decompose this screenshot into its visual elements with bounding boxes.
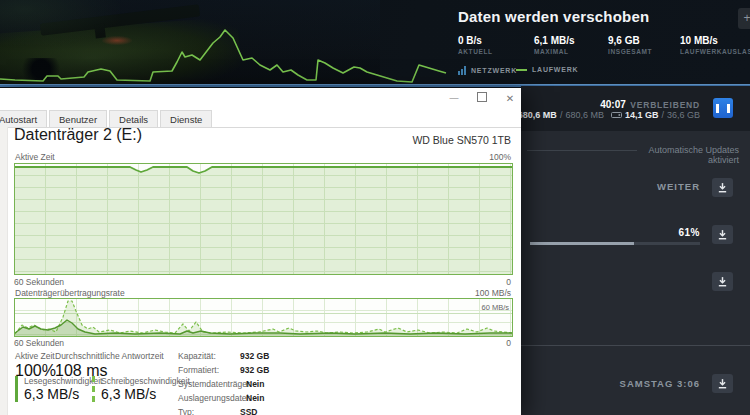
stat-current: 0 B/s AKTUELL <box>458 35 493 55</box>
queue-item-progress-bar <box>530 242 700 245</box>
tab-autostart[interactable]: Autostart <box>0 110 47 127</box>
detail-label: Kapazität: <box>178 351 240 361</box>
header-overflow-button[interactable]: + <box>738 8 750 29</box>
download-icon <box>717 182 728 193</box>
queue-item-progress-label: 61% <box>678 227 700 238</box>
detail-value: Nein <box>246 393 264 403</box>
stat-max-value: 6,1 MB/s <box>534 35 575 46</box>
detail-value: Nein <box>246 379 264 389</box>
detail-label: Formatiert: <box>178 365 240 375</box>
transfer-graph-max: 100 MB/s <box>475 288 511 298</box>
sidebar-sliver <box>0 127 8 415</box>
pause-download-button[interactable] <box>713 98 733 118</box>
read-speed-metric: Lesegeschwindigkeit 6,3 MB/s <box>15 376 102 402</box>
downloads-panel: 40:07 VERBLEIBEND 680,6 MB / 680,6 MB 14… <box>521 86 750 415</box>
network-bars-icon <box>458 66 466 75</box>
pause-icon <box>716 104 730 113</box>
stat-disk-usage-label: LAUFWERKAUSLASTUNG <box>680 48 750 55</box>
detail-value: 932 GB <box>240 351 269 361</box>
window-controls: — ✕ <box>440 90 524 106</box>
detail-value: SSD <box>240 407 257 415</box>
time-remaining-value: 40:07 <box>600 99 626 110</box>
tab-dienste[interactable]: Dienste <box>160 110 212 127</box>
queue-item-scheduled-label: SAMSTAG 3:06 <box>620 378 700 389</box>
queue-item-up-next-download-button[interactable] <box>712 178 733 197</box>
queue-item-progress-download-button[interactable] <box>712 225 733 244</box>
stat-disk-usage: 10 MB/s LAUFWERKAUSLASTUNG <box>680 35 750 55</box>
transfer-x-left: 60 Sekunden <box>14 338 64 348</box>
task-manager-window: — ✕ Autostart Benutzer Details Dienste D… <box>0 88 521 415</box>
disk-device-name: WD Blue SN570 1TB <box>412 134 511 146</box>
transfer-amounts: 680,6 MB / 680,6 MB 14,1 GB / 36,6 GB <box>505 110 700 120</box>
stat-total-value: 9,6 GB <box>608 35 652 46</box>
download-speed-sparkline <box>0 20 450 84</box>
stat-disk-usage-value: 10 MB/s <box>680 35 750 46</box>
maximize-icon <box>477 92 487 102</box>
bytes-separator: / <box>560 110 563 120</box>
tab-benutzer[interactable]: Benutzer <box>49 110 107 127</box>
detail-label: Typ: <box>178 407 240 415</box>
tab-strip: Autostart Benutzer Details Dienste <box>0 108 521 128</box>
legend-drive[interactable]: LAUFWERK <box>516 66 578 73</box>
disk-done: 14,1 GB <box>625 110 659 120</box>
read-speed-label: Lesegeschwindigkeit <box>24 376 102 386</box>
transfer-graph-label: Datenträgerübertragungsrate <box>15 288 125 298</box>
active-time-graph-label: Aktive Zeit <box>15 152 55 162</box>
queue-item-3-download-button[interactable] <box>712 272 733 291</box>
response-time-metric-label: Durchschnittliche Antwortzeit <box>55 351 164 361</box>
bytes-done: 680,6 MB <box>518 110 557 120</box>
minimize-button[interactable]: — <box>440 90 468 106</box>
transfer-graph: 60 MB/s <box>14 298 513 337</box>
stat-current-label: AKTUELL <box>458 48 493 55</box>
disk-title: Datenträger 2 (E:) <box>14 126 142 144</box>
auto-updates-note: Automatische Updates aktiviert <box>641 145 739 165</box>
active-time-x-left: 60 Sekunden <box>14 277 64 287</box>
write-speed-value: 6,3 MB/s <box>101 386 190 402</box>
detail-row-system-disk: Systemdatenträger: Nein <box>178 379 358 389</box>
queue-item-up-next-label: WEITER <box>657 181 700 192</box>
disk-icon <box>611 110 622 120</box>
stat-current-value: 0 B/s <box>458 35 493 46</box>
read-speed-value: 6,3 MB/s <box>24 386 102 402</box>
disk-details: Kapazität: 932 GB Formatiert: 932 GB Sys… <box>178 351 358 415</box>
active-time-graph <box>14 163 513 275</box>
active-time-x-right: 0 <box>506 277 511 287</box>
write-speed-label: Schreibgeschwindigkeit <box>101 376 190 386</box>
download-icon <box>717 378 728 389</box>
transfer-title: Daten werden verschoben <box>458 8 649 25</box>
tab-details[interactable]: Details <box>109 110 158 127</box>
download-icon <box>717 276 728 287</box>
detail-row-capacity: Kapazität: 932 GB <box>178 351 358 361</box>
close-button[interactable]: ✕ <box>496 90 524 106</box>
drive-line-icon <box>516 69 527 71</box>
queue-item-scheduled-download-button[interactable] <box>712 374 733 393</box>
detail-row-type: Typ: SSD <box>178 407 358 415</box>
stat-total-label: INSGESAMT <box>608 48 652 55</box>
legend-network-label: NETZWERK <box>471 67 517 74</box>
steam-header: Daten werden verschoben 0 B/s AKTUELL 6,… <box>0 0 750 84</box>
bytes-total: 680,6 MB <box>565 110 604 120</box>
write-speed-metric: Schreibgeschwindigkeit 6,3 MB/s <box>92 376 190 402</box>
transfer-x-right: 0 <box>506 338 511 348</box>
schedule-section-divider <box>521 345 750 346</box>
disk-total: 36,6 GB <box>667 110 700 120</box>
disk-separator: / <box>661 110 664 120</box>
stat-max: 6,1 MB/s MAXIMAL <box>534 35 575 55</box>
queue-item-progress-fill <box>530 242 634 245</box>
time-remaining-label: VERBLEIBEND <box>630 100 700 110</box>
detail-row-pagefile: Auslagerungsdatei: Nein <box>178 393 358 403</box>
active-time-metric-label: Aktive Zeit <box>15 351 55 361</box>
auto-updates-divider <box>527 150 637 151</box>
stat-max-label: MAXIMAL <box>534 48 575 55</box>
active-time-graph-max: 100% <box>489 152 511 162</box>
legend-drive-label: LAUFWERK <box>532 66 578 73</box>
detail-label: Systemdatenträger: <box>178 379 240 389</box>
detail-value: 932 GB <box>240 365 269 375</box>
detail-label: Auslagerungsdatei: <box>178 393 240 403</box>
detail-row-formatted: Formatiert: 932 GB <box>178 365 358 375</box>
stat-total: 9,6 GB INSGESAMT <box>608 35 652 55</box>
screen: Daten werden verschoben 0 B/s AKTUELL 6,… <box>0 0 750 415</box>
download-icon <box>717 229 728 240</box>
legend-network[interactable]: NETZWERK <box>458 66 517 75</box>
maximize-button[interactable] <box>468 90 496 106</box>
